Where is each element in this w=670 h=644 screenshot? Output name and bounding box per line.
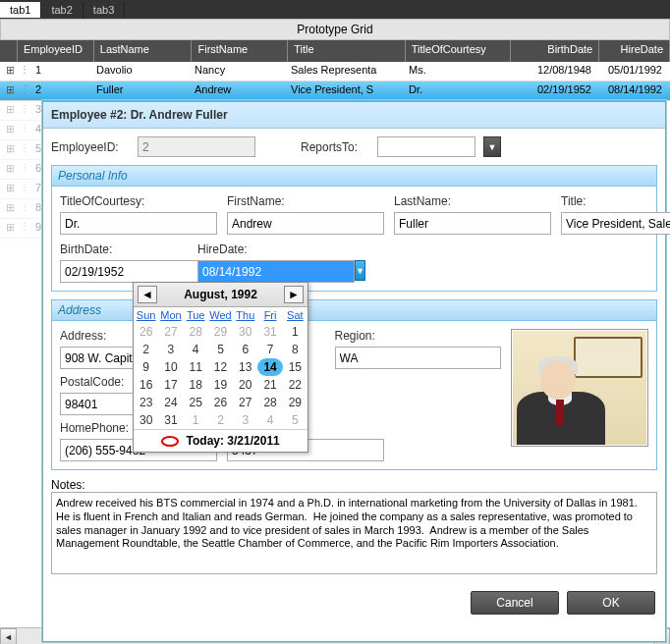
col-titleofcourtesy[interactable]: TitleOfCourtesy [406, 40, 512, 62]
calendar-day[interactable]: 10 [158, 358, 183, 376]
cancel-button[interactable]: Cancel [471, 591, 559, 615]
tab-tab3[interactable]: tab3 [84, 2, 125, 18]
calendar-day[interactable]: 30 [134, 411, 158, 429]
reportsto-dropdown-icon[interactable]: ▼ [483, 136, 501, 157]
calendar-day[interactable]: 27 [233, 394, 257, 411]
col-employeeid[interactable]: EmployeeID [18, 40, 94, 62]
calendar-day[interactable]: 27 [158, 323, 183, 341]
calendar-day[interactable]: 17 [158, 376, 183, 394]
region-field[interactable] [335, 347, 502, 369]
calendar-day[interactable]: 1 [184, 411, 208, 429]
hiredate-field[interactable] [197, 260, 355, 283]
title-label: Title: [561, 194, 670, 208]
calendar-day[interactable]: 14 [257, 358, 282, 376]
calendar-day[interactable]: 18 [184, 376, 208, 394]
birthdate-field[interactable] [60, 260, 217, 283]
firstname-label: FirstName: [227, 194, 384, 208]
tree-icon: ⋮≡ [14, 199, 29, 218]
calendar-day[interactable]: 4 [257, 411, 282, 429]
tab-tab1[interactable]: tab1 [0, 2, 41, 18]
calendar-day[interactable]: 31 [158, 411, 183, 429]
calendar-day[interactable]: 1 [283, 323, 307, 341]
calendar-day[interactable]: 13 [233, 358, 257, 376]
calendar-day[interactable]: 6 [233, 341, 257, 358]
calendar-day[interactable]: 20 [233, 376, 257, 394]
calendar-day[interactable]: 4 [184, 341, 208, 358]
calendar-day[interactable]: 23 [134, 394, 158, 411]
calendar-day[interactable]: 5 [208, 341, 233, 358]
calendar-day[interactable]: 29 [208, 323, 233, 341]
expand-icon[interactable]: ⊞ [0, 81, 14, 100]
calendar-day-header: Fri [257, 307, 282, 323]
calendar-day[interactable]: 28 [184, 323, 208, 341]
calendar-day[interactable]: 26 [208, 394, 233, 411]
calendar-day[interactable]: 31 [257, 323, 282, 341]
employeeid-label: EmployeeID: [51, 140, 130, 154]
calendar-day[interactable]: 30 [233, 323, 257, 341]
hiredate-label: HireDate: [197, 242, 325, 256]
calendar-day[interactable]: 2 [208, 411, 233, 429]
tree-icon: ⋮≡ [14, 180, 29, 198]
tree-icon: ⋮≡ [14, 81, 29, 100]
lastname-field[interactable] [394, 212, 551, 235]
col-lastname[interactable]: LastName [94, 40, 193, 62]
calendar-day[interactable]: 24 [158, 394, 183, 411]
toc-field[interactable] [60, 212, 217, 235]
expand-icon[interactable]: ⊞ [0, 121, 14, 139]
reportsto-field[interactable] [377, 136, 475, 157]
calendar-day[interactable]: 25 [184, 394, 208, 411]
tree-icon: ⋮≡ [14, 101, 29, 120]
expand-icon[interactable]: ⊞ [0, 62, 14, 80]
tree-icon: ⋮≡ [14, 160, 29, 179]
tab-tab2[interactable]: tab2 [41, 2, 83, 18]
calendar-day[interactable]: 21 [257, 376, 282, 394]
region-label: Region: [335, 329, 502, 343]
grid-header: EmployeeID LastName FirstName Title Titl… [0, 40, 670, 62]
expand-icon[interactable]: ⊞ [0, 101, 14, 120]
firstname-field[interactable] [227, 212, 384, 235]
calendar-day[interactable]: 15 [283, 358, 307, 376]
calendar-day[interactable]: 3 [158, 341, 183, 358]
expand-icon[interactable]: ⊞ [0, 180, 14, 198]
calendar-day[interactable]: 19 [208, 376, 233, 394]
expand-icon[interactable]: ⊞ [0, 199, 14, 218]
expand-icon[interactable]: ⊞ [0, 219, 14, 238]
expand-icon[interactable]: ⊞ [0, 160, 14, 179]
calendar-day[interactable]: 12 [208, 358, 233, 376]
calendar-day[interactable]: 16 [134, 376, 158, 394]
calendar-day[interactable]: 3 [233, 411, 257, 429]
calendar-day[interactable]: 8 [283, 341, 307, 358]
col-title[interactable]: Title [288, 40, 406, 62]
calendar-day-header: Sun [134, 307, 158, 323]
title-field[interactable] [561, 212, 670, 235]
calendar-day[interactable]: 9 [134, 358, 158, 376]
reportsto-label: ReportsTo: [301, 140, 369, 154]
notes-field[interactable] [51, 492, 657, 574]
calendar-title[interactable]: August, 1992 [184, 288, 257, 301]
dialog-title: Employee #2: Dr. Andrew Fuller [43, 102, 665, 129]
table-row[interactable]: ⊞⋮≡1DavolioNancySales RepresentaMs.12/08… [0, 62, 670, 81]
lastname-label: LastName: [394, 194, 551, 208]
col-hiredate[interactable]: HireDate [599, 40, 670, 62]
ok-button[interactable]: OK [567, 591, 655, 615]
employee-photo [511, 329, 648, 447]
calendar-day[interactable]: 28 [257, 394, 282, 411]
col-birthdate[interactable]: BirthDate [511, 40, 599, 62]
calendar-day[interactable]: 22 [283, 376, 307, 394]
calendar-prev-icon[interactable]: ◄ [138, 286, 157, 303]
calendar-today-link[interactable]: Today: 3/21/2011 [134, 429, 307, 452]
calendar-day[interactable]: 7 [257, 341, 282, 358]
expand-icon[interactable]: ⊞ [0, 140, 14, 159]
scroll-left-icon[interactable]: ◄ [0, 628, 17, 644]
employeeid-field [138, 136, 255, 157]
calendar-day[interactable]: 5 [283, 411, 307, 429]
calendar-day[interactable]: 11 [184, 358, 208, 376]
tab-bar: tab1tab2tab3 [0, 0, 670, 19]
calendar-day[interactable]: 2 [134, 341, 158, 358]
col-firstname[interactable]: FirstName [192, 40, 288, 62]
table-row[interactable]: ⊞⋮≡2FullerAndrewVice President, SDr.02/1… [0, 81, 670, 101]
birthdate-label: BirthDate: [60, 242, 188, 256]
calendar-day[interactable]: 26 [134, 323, 158, 341]
calendar-day[interactable]: 29 [283, 394, 307, 411]
calendar-next-icon[interactable]: ► [284, 286, 304, 303]
